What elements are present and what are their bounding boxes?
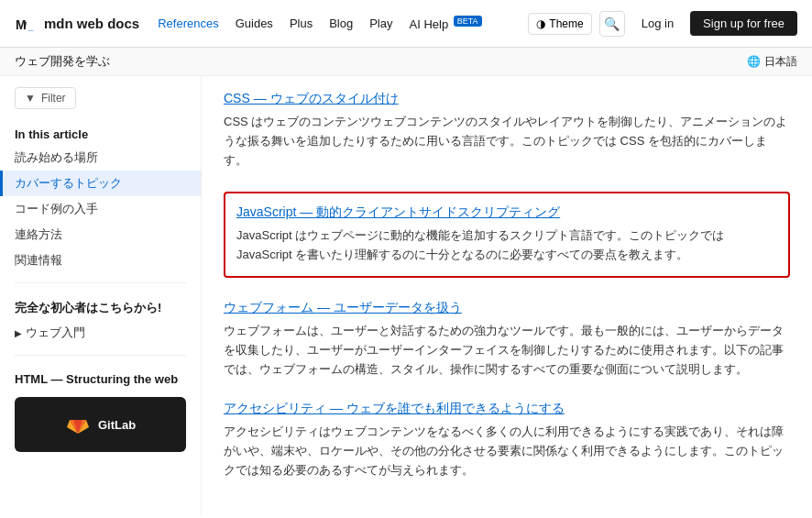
nav-plus[interactable]: Plus [282, 11, 320, 36]
content-item-css: CSS — ウェブのスタイル付け CSS はウェブのコンテンツウェブコンテンツの… [224, 91, 790, 170]
main-nav: References Guides Plus Blog Play AI Help… [150, 10, 524, 37]
sidebar-item-4[interactable]: 関連情報 [0, 248, 201, 273]
accessibility-link[interactable]: アクセシビリティ — ウェブを誰でも利用できるようにする [224, 401, 565, 417]
promo-text: 完全な初心者はこちらから! [0, 292, 201, 320]
sidebar: ▼ Filter In this article 読み始める場所 カバーするトピ… [0, 76, 202, 515]
language-button[interactable]: 🌐 日本語 [747, 54, 797, 70]
login-button[interactable]: Log in [632, 13, 683, 34]
main-content: CSS — ウェブのスタイル付け CSS はウェブのコンテンツウェブコンテンツの… [202, 76, 812, 515]
content-item-accessibility: アクセシビリティ — ウェブを誰でも利用できるようにする アクセシビリティはウェ… [224, 401, 790, 479]
svg-text:_: _ [27, 21, 34, 31]
ai-help-badge: BETA [454, 16, 482, 27]
gitlab-banner[interactable]: GitLab [15, 397, 186, 452]
filter-button[interactable]: ▼ Filter [15, 87, 76, 109]
sidebar-divider-2 [15, 355, 186, 356]
nav-ai-help[interactable]: AI Help BETA [402, 10, 489, 37]
breadcrumb: ウェブ開発を学ぶ [15, 53, 110, 70]
nav-references[interactable]: References [150, 11, 225, 36]
html-section-title: HTML — Structuring the web [0, 365, 201, 390]
css-link[interactable]: CSS — ウェブのスタイル付け [224, 91, 399, 107]
mdn-logo-icon: M / _ [15, 11, 40, 37]
header-right: ◑ Theme 🔍 Log in Sign up for free [528, 11, 797, 37]
sidebar-item-3[interactable]: 連絡方法 [0, 222, 201, 248]
js-desc: JavaScript はウェブページに動的な機能を追加するスクリプト言語です。こ… [236, 226, 777, 265]
theme-button[interactable]: ◑ Theme [528, 13, 591, 35]
svg-text:/: / [24, 20, 27, 31]
header: M / _ mdn web docs References Guides Plu… [0, 0, 812, 48]
toc-title: In this article [0, 120, 201, 145]
content-item-js: JavaScript — 動的クライアントサイドスクリプティング JavaScr… [224, 192, 790, 278]
css-desc: CSS はウェブのコンテンツウェブコンテンツのスタイルやレイアウトを制御したり、… [224, 113, 790, 170]
nav-play[interactable]: Play [362, 11, 400, 36]
search-icon: 🔍 [604, 17, 620, 31]
nav-guides[interactable]: Guides [228, 11, 280, 36]
theme-icon: ◑ [536, 17, 545, 30]
sidebar-divider [15, 282, 186, 283]
expand-arrow-icon: ▶ [15, 328, 22, 338]
sidebar-item-2[interactable]: コード例の入手 [0, 196, 201, 222]
logo-text: mdn web docs [44, 16, 139, 31]
sidebar-expandable-web[interactable]: ▶ ウェブ入門 [0, 320, 201, 346]
globe-icon: 🌐 [747, 55, 761, 68]
logo[interactable]: M / _ mdn web docs [15, 11, 139, 37]
sidebar-item-0[interactable]: 読み始める場所 [0, 145, 201, 171]
search-button[interactable]: 🔍 [599, 11, 625, 37]
breadcrumb-bar: ウェブ開発を学ぶ 🌐 日本語 [0, 48, 812, 76]
sidebar-item-1[interactable]: カバーするトピック [0, 171, 201, 196]
signup-button[interactable]: Sign up for free [690, 11, 797, 36]
forms-desc: ウェブフォームは、ユーザーと対話するための強力なツールです。最も一般的には、ユー… [224, 322, 790, 379]
gitlab-label: GitLab [98, 418, 136, 432]
main-layout: ▼ Filter In this article 読み始める場所 カバーするトピ… [0, 76, 812, 515]
content-item-forms: ウェブフォーム — ユーザーデータを扱う ウェブフォームは、ユーザーと対話するた… [224, 300, 790, 379]
forms-link[interactable]: ウェブフォーム — ユーザーデータを扱う [224, 300, 462, 316]
js-link[interactable]: JavaScript — 動的クライアントサイドスクリプティング [236, 204, 560, 221]
filter-icon: ▼ [25, 92, 36, 105]
nav-blog[interactable]: Blog [322, 11, 360, 36]
accessibility-desc: アクセシビリティはウェブコンテンツをなるべく多くの人に利用できるようにする実践で… [224, 423, 790, 479]
gitlab-fox-icon [65, 412, 91, 437]
